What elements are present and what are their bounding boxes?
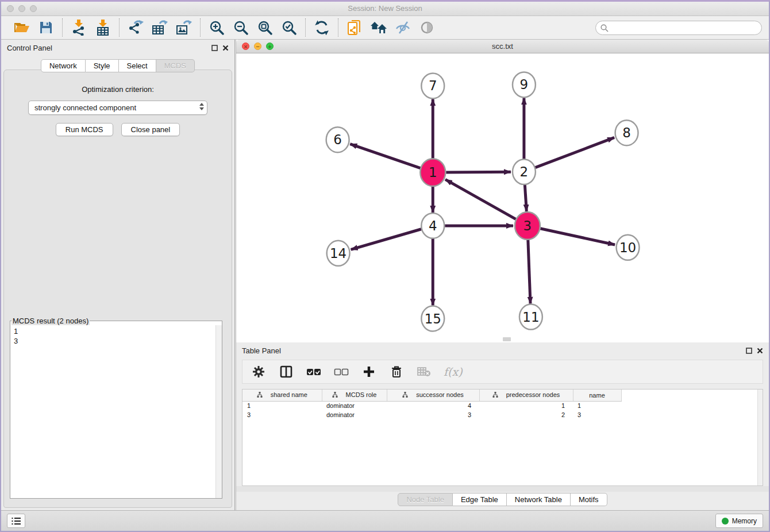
graph-edge-3-11[interactable] — [528, 239, 530, 304]
graph-edge-1-6[interactable] — [350, 144, 420, 168]
table-cell[interactable]: 2 — [479, 410, 573, 419]
criterion-dropdown[interactable]: strongly connected component — [28, 101, 207, 115]
home-networks-icon[interactable] — [368, 18, 389, 37]
table-row[interactable]: 3dominator323 — [242, 410, 621, 419]
shared-column-icon — [332, 392, 338, 399]
table-cell[interactable]: 3 — [387, 410, 479, 419]
table-scrollbar[interactable] — [757, 390, 763, 485]
float-panel-icon[interactable] — [211, 45, 218, 51]
zoom-out-icon[interactable] — [230, 18, 251, 37]
import-table-icon[interactable] — [93, 18, 113, 37]
save-session-icon[interactable] — [36, 18, 56, 37]
open-file-icon[interactable] — [11, 18, 32, 37]
tab-network[interactable]: Network — [41, 59, 86, 72]
table-cell[interactable]: 3 — [573, 410, 621, 419]
search-input[interactable] — [611, 24, 757, 32]
refresh-view-icon[interactable] — [311, 18, 332, 37]
task-history-button[interactable] — [7, 514, 25, 528]
graph-edge-2-8[interactable] — [536, 137, 615, 167]
zoom-fit-icon[interactable] — [255, 18, 275, 37]
result-scrollbar[interactable] — [215, 325, 222, 498]
table-cell[interactable]: 1 — [573, 401, 621, 410]
tab-mcds[interactable]: MCDS — [156, 59, 195, 72]
run-mcds-button[interactable]: Run MCDS — [56, 123, 113, 136]
optimization-criterion-label: Optimization criterion: — [4, 85, 232, 94]
main-titlebar: Session: New Session — [1, 2, 769, 16]
table-cell[interactable]: dominator — [322, 401, 387, 410]
graph-node-1[interactable]: 1 — [420, 159, 445, 186]
close-panel-button[interactable]: Close panel — [121, 123, 180, 136]
table-cell[interactable]: 1 — [479, 401, 573, 410]
clone-network-icon[interactable] — [344, 18, 365, 37]
network-graph[interactable]: 1234678910111415 — [236, 53, 769, 342]
shared-column-icon — [257, 392, 263, 399]
export-table-icon[interactable] — [149, 18, 170, 37]
table-cell[interactable]: 1 — [242, 401, 322, 410]
graph-node-9[interactable]: 9 — [513, 72, 536, 97]
zoom-selected-icon[interactable] — [279, 18, 299, 37]
column-header-successor-nodes[interactable]: successor nodes — [387, 390, 479, 401]
show-eye-icon[interactable] — [417, 18, 437, 37]
create-column-plus-icon[interactable] — [361, 362, 377, 381]
list-icon — [11, 517, 21, 525]
table-settings-gear-icon[interactable] — [251, 362, 267, 381]
zoom-in-icon[interactable] — [206, 18, 227, 37]
network-window-titlebar[interactable]: × − + scc.txt — [236, 40, 769, 53]
graph-node-14[interactable]: 14 — [327, 241, 350, 266]
show-column-panel-icon[interactable] — [278, 362, 294, 381]
graph-edge-3-10[interactable] — [540, 229, 615, 245]
graph-node-4[interactable]: 4 — [421, 213, 444, 238]
table-panel: Table Panel — [236, 342, 769, 510]
table-cell[interactable]: 4 — [387, 401, 479, 410]
table-cell[interactable]: dominator — [322, 410, 387, 419]
unselect-all-icon[interactable] — [333, 362, 349, 381]
graph-edge-4-14[interactable] — [351, 229, 421, 250]
close-table-panel-icon[interactable] — [757, 348, 763, 354]
import-network-icon[interactable] — [68, 18, 89, 37]
column-header-MCDS-role[interactable]: MCDS role — [322, 390, 387, 401]
function-builder-icon[interactable]: f(x) — [444, 365, 463, 378]
graph-node-8[interactable]: 8 — [615, 120, 638, 145]
mcds-result-area[interactable]: 1 3 — [10, 325, 222, 498]
delete-table-icon[interactable] — [416, 362, 432, 381]
svg-text:1: 1 — [429, 165, 437, 180]
float-table-panel-icon[interactable] — [746, 348, 752, 354]
tab-node-table[interactable]: Node Table — [398, 493, 453, 506]
delete-column-trash-icon[interactable] — [388, 362, 405, 381]
export-image-icon[interactable] — [174, 18, 194, 37]
svg-text:3: 3 — [523, 218, 532, 233]
hide-eye-icon[interactable] — [392, 18, 413, 37]
column-header-name[interactable]: name — [573, 390, 621, 401]
graph-node-15[interactable]: 15 — [421, 306, 444, 331]
resize-grip[interactable] — [503, 337, 511, 341]
tab-style[interactable]: Style — [86, 59, 119, 72]
select-all-icon[interactable] — [306, 362, 322, 381]
graph-node-7[interactable]: 7 — [421, 73, 444, 98]
tab-network-table[interactable]: Network Table — [507, 493, 571, 506]
search-icon — [600, 24, 609, 32]
graph-node-3[interactable]: 3 — [515, 212, 540, 240]
graph-node-11[interactable]: 11 — [519, 304, 542, 330]
tab-select[interactable]: Select — [119, 59, 156, 72]
graph-edge-1-2[interactable] — [446, 172, 511, 172]
tab-motifs[interactable]: Motifs — [571, 493, 607, 506]
graph-node-2[interactable]: 2 — [513, 159, 536, 184]
graph-edge-3-1[interactable] — [445, 179, 516, 219]
table-row[interactable]: 1dominator411 — [242, 401, 621, 410]
column-header-predecessor-nodes[interactable]: predecessor nodes — [479, 390, 573, 401]
close-panel-icon[interactable] — [222, 45, 229, 51]
graph-node-10[interactable]: 10 — [617, 235, 640, 260]
search-box[interactable] — [595, 21, 762, 35]
shared-column-icon — [402, 392, 408, 399]
network-canvas[interactable]: 1234678910111415 — [236, 53, 769, 342]
memory-button[interactable]: Memory — [715, 514, 763, 528]
node-table[interactable]: shared nameMCDS rolesuccessor nodesprede… — [242, 389, 763, 486]
export-network-icon[interactable] — [125, 18, 146, 37]
app-window: Session: New Session — [0, 0, 770, 532]
control-panel: Control Panel NetworkStyleSelectMCDS Opt… — [1, 40, 235, 510]
column-header-shared-name[interactable]: shared name — [242, 390, 322, 401]
graph-node-6[interactable]: 6 — [326, 127, 349, 152]
graph-edge-2-3[interactable] — [525, 184, 526, 211]
tab-edge-table[interactable]: Edge Table — [453, 493, 507, 506]
table-cell[interactable]: 3 — [242, 410, 322, 419]
